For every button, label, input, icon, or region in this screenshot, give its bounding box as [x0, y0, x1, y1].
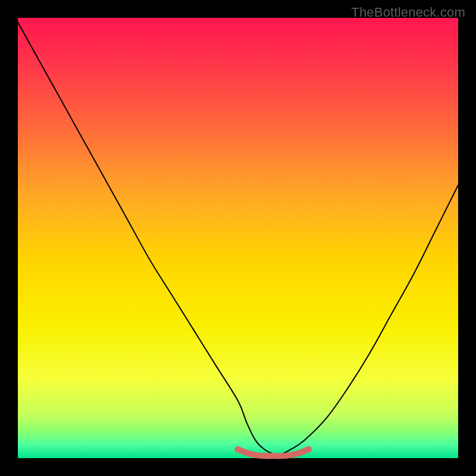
gradient-background: [18, 18, 458, 458]
watermark-text: TheBottleneck.com: [351, 5, 465, 20]
optimal-band-end-marker: [305, 446, 312, 453]
optimal-band-end-marker: [235, 446, 242, 453]
bottleneck-chart: [0, 0, 476, 476]
chart-svg: [0, 0, 476, 476]
